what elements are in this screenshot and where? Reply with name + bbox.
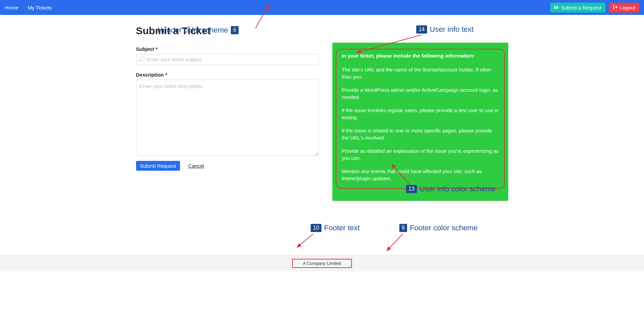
logout-button[interactable]: Logout bbox=[609, 3, 639, 13]
annotation-10: 10 Footer text bbox=[311, 224, 360, 232]
info-item: If the issue is related to one or more s… bbox=[342, 127, 499, 141]
info-item: If the issue involves regular users, ple… bbox=[342, 107, 499, 121]
submit-button[interactable]: Submit Request bbox=[136, 161, 180, 171]
header-actions: Submit a Request Logout bbox=[550, 3, 639, 13]
annotation-label: Footer text bbox=[324, 224, 360, 232]
annotation-label: Footer color scheme bbox=[410, 224, 478, 232]
logout-icon bbox=[613, 5, 618, 11]
submit-request-label: Submit a Request bbox=[561, 5, 601, 11]
cancel-link[interactable]: Cancel bbox=[188, 163, 204, 169]
subject-input[interactable] bbox=[136, 54, 319, 65]
annotation-9: 9 Footer color scheme bbox=[399, 224, 478, 232]
info-panel: In your ticket, please include the follo… bbox=[332, 43, 508, 201]
fast-forward-icon bbox=[554, 5, 559, 11]
info-item: Provide as detailed an explanation of th… bbox=[342, 147, 499, 162]
main-container: Submit a Ticket Subject * Description * … bbox=[136, 15, 508, 201]
logout-label: Logout bbox=[620, 5, 635, 11]
annotation-badge: 10 bbox=[311, 224, 321, 232]
description-textarea[interactable] bbox=[136, 80, 319, 156]
annotation-badge: 9 bbox=[399, 224, 407, 232]
nav-home[interactable]: Home bbox=[5, 5, 18, 11]
info-item: Mention any events that could have affec… bbox=[342, 168, 499, 182]
comment-icon bbox=[139, 57, 145, 62]
header-bar: Home My Tickets Submit a Request Logout bbox=[0, 0, 644, 15]
svg-line-3 bbox=[297, 234, 313, 247]
info-column: In your ticket, please include the follo… bbox=[332, 46, 508, 201]
nav-mytickets[interactable]: My Tickets bbox=[28, 5, 52, 11]
footer-text: A Company Limited bbox=[292, 259, 352, 268]
arrow-icon bbox=[294, 233, 318, 250]
info-item: Provide a WordPress admin and/or ActiveC… bbox=[342, 86, 499, 101]
info-title: In your ticket, please include the follo… bbox=[342, 53, 499, 59]
info-item: The site's URL and the name of the licen… bbox=[342, 66, 499, 80]
header-nav: Home My Tickets bbox=[5, 5, 52, 11]
description-label: Description * bbox=[136, 72, 319, 78]
subject-label: Subject * bbox=[136, 46, 319, 52]
svg-line-4 bbox=[387, 234, 403, 251]
info-panel-inner: In your ticket, please include the follo… bbox=[336, 49, 505, 189]
footer: A Company Limited bbox=[0, 255, 644, 271]
form-column: Subject * Description * Submit Request C… bbox=[136, 46, 319, 201]
arrow-icon bbox=[384, 233, 408, 253]
page-title: Submit a Ticket bbox=[136, 25, 508, 37]
submit-request-button[interactable]: Submit a Request bbox=[550, 3, 605, 13]
